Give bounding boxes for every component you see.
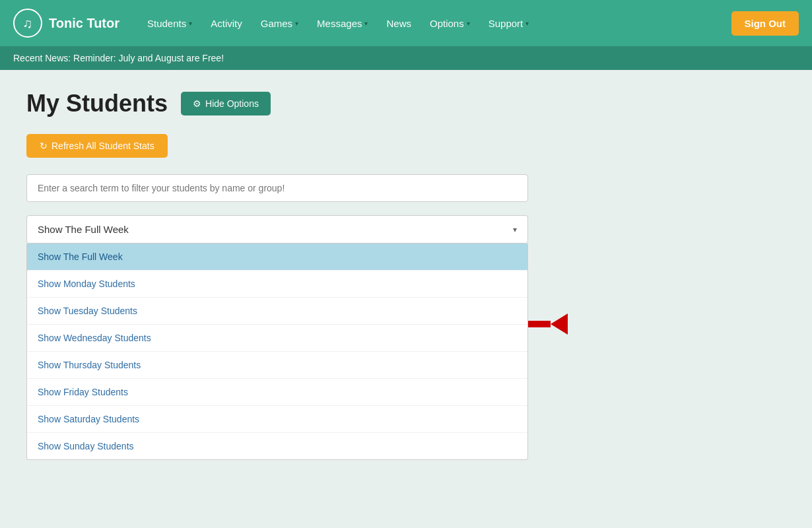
- red-arrow-indicator: [528, 314, 568, 334]
- dropdown-option-thursday[interactable]: Show Thursday Students: [27, 352, 527, 379]
- logo-text: Tonic Tutor: [49, 16, 119, 31]
- chevron-down-icon: ▾: [467, 20, 470, 27]
- nav-activity[interactable]: Activity: [203, 13, 250, 34]
- dropdown-option-sunday[interactable]: Show Sunday Students: [27, 433, 527, 459]
- chevron-down-icon: ▾: [295, 20, 298, 27]
- hide-options-button[interactable]: ⚙ Hide Options: [181, 92, 271, 116]
- news-bar: Recent News: Reminder: July and August a…: [0, 46, 812, 70]
- logo-icon: ♫: [13, 9, 42, 38]
- dropdown-selected[interactable]: Show The Full Week ▾: [26, 215, 528, 244]
- logo[interactable]: ♫ Tonic Tutor: [13, 9, 119, 38]
- nav-news[interactable]: News: [378, 13, 419, 34]
- dropdown-option-full-week[interactable]: Show The Full Week: [27, 244, 527, 271]
- chevron-down-icon: ▾: [189, 20, 192, 27]
- week-filter-dropdown[interactable]: Show The Full Week ▾ Show The Full Week …: [26, 215, 528, 244]
- dropdown-option-monday[interactable]: Show Monday Students: [27, 271, 527, 298]
- main-nav: ♫ Tonic Tutor Students ▾ Activity Games …: [0, 0, 812, 46]
- gear-icon: ⚙: [193, 98, 201, 109]
- main-content: My Students ⚙ Hide Options ↻ Refresh All…: [0, 70, 812, 420]
- arrow-head: [551, 314, 568, 335]
- refresh-icon: ↻: [40, 141, 48, 151]
- dropdown-option-saturday[interactable]: Show Saturday Students: [27, 406, 527, 433]
- search-input[interactable]: [26, 174, 528, 202]
- dropdown-option-tuesday[interactable]: Show Tuesday Students: [27, 298, 527, 325]
- dropdown-list: Show The Full Week Show Monday Students …: [26, 244, 528, 460]
- chevron-down-icon: ▾: [364, 20, 368, 27]
- page-header: My Students ⚙ Hide Options: [26, 90, 786, 117]
- nav-games[interactable]: Games ▾: [253, 13, 306, 34]
- page-title: My Students: [26, 90, 168, 117]
- nav-options[interactable]: Options ▾: [422, 13, 478, 34]
- nav-students[interactable]: Students ▾: [139, 13, 200, 34]
- nav-support[interactable]: Support ▾: [481, 13, 537, 34]
- sign-out-button[interactable]: Sign Out: [731, 11, 799, 36]
- chevron-down-icon: ▾: [513, 225, 517, 234]
- dropdown-option-friday[interactable]: Show Friday Students: [27, 379, 527, 406]
- chevron-down-icon: ▾: [525, 20, 529, 27]
- nav-items: Students ▾ Activity Games ▾ Messages ▾ N…: [139, 13, 731, 34]
- arrow-tail: [528, 321, 551, 327]
- nav-messages[interactable]: Messages ▾: [309, 13, 376, 34]
- dropdown-option-wednesday[interactable]: Show Wednesday Students: [27, 325, 527, 352]
- refresh-button[interactable]: ↻ Refresh All Student Stats: [26, 134, 168, 158]
